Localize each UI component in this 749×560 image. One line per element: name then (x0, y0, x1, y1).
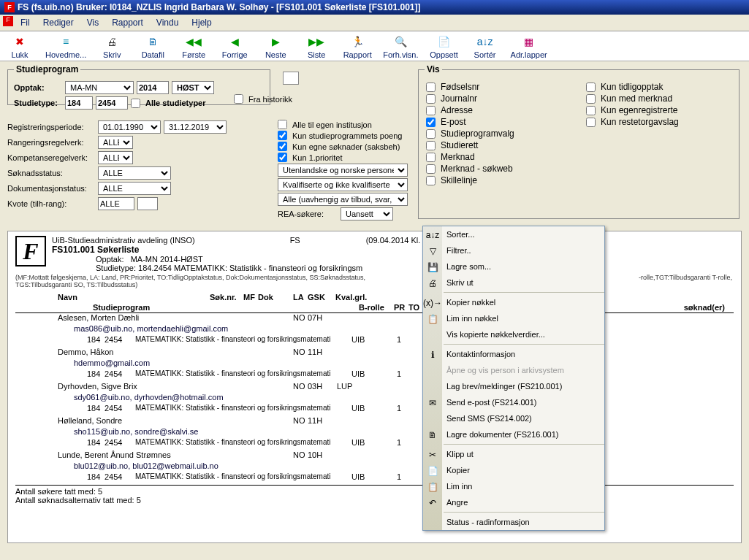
rpt-abbr2: -rolle,TGT:Tilbudsgaranti T-rolle, (639, 274, 732, 281)
ctx-kontaktinformasjon[interactable]: ℹKontaktinformasjon (423, 346, 604, 362)
dd1[interactable]: Utenlandske og norske personer (278, 164, 408, 177)
fra-historikk-check[interactable] (234, 94, 243, 104)
vis-fdselsnr[interactable]: Fødselsnr (426, 82, 571, 92)
lukk-icon: ✖ (12, 34, 27, 49)
menu-vis[interactable]: Vis (81, 16, 104, 29)
vis-check[interactable] (426, 94, 436, 104)
tb-skriv[interactable]: 🖨Skriv (96, 34, 127, 59)
record-row[interactable]: Hølleland, SondreNO11Hsho115@uib.no, son… (15, 416, 734, 449)
tb-oppsett[interactable]: 📄Oppsett (429, 34, 460, 59)
ctx-lagredokumenterfs[interactable]: 🗎Lagre dokumenter (FS216.001) (423, 426, 604, 442)
f4-check[interactable] (278, 153, 287, 162)
dstat-select[interactable]: ALLE (98, 182, 171, 195)
tb-frste[interactable]: ◀◀Første (178, 34, 209, 59)
vis-skillelinje[interactable]: Skillelinje (426, 175, 571, 185)
ctx-kopiernkkel[interactable]: (x)→Kopier nøkkel (423, 294, 604, 310)
f3-check[interactable] (278, 142, 287, 151)
ctx-viskopiertenkkelverd[interactable]: Vis kopierte nøkkelverdier... (423, 326, 604, 342)
sstat-select[interactable]: ALLE (98, 166, 171, 180)
record-row[interactable]: Lunde, Berent Ånund StrømnesNO10Hblu012@… (15, 450, 734, 483)
vis-journalnr[interactable]: Journalnr (426, 93, 571, 104)
kvote-input[interactable] (98, 197, 134, 210)
vis-check[interactable] (426, 106, 436, 115)
year-input[interactable] (137, 81, 169, 94)
menu-rapport[interactable]: Rapport (106, 16, 149, 29)
vis-check[interactable] (426, 129, 436, 139)
vis-check[interactable] (426, 176, 436, 185)
doc-preview-icon[interactable] (283, 72, 299, 85)
ctx-liminnnkkel[interactable]: 📋Lim inn nøkkel (423, 310, 604, 326)
tb-siste[interactable]: ▶▶Siste (301, 34, 332, 59)
ctx-skrivut[interactable]: 🖨Skriv ut (423, 275, 604, 291)
opptak-label: Opptak: (14, 83, 62, 92)
alle-studietyper-check[interactable] (131, 99, 140, 108)
ctx-sendepostfs[interactable]: ✉Send e-post (FS214.001) (423, 394, 604, 410)
menu-rediger[interactable]: Rediger (37, 16, 80, 29)
vis-check[interactable] (426, 164, 436, 174)
record-row[interactable]: Demmo, HåkonNO11Hhdemmo@gmail.com1842454… (15, 348, 734, 380)
ctx-filtrer[interactable]: ▽Filtrer.. (423, 242, 604, 258)
ctx-sorter[interactable]: a↓zSorter... (423, 226, 604, 242)
col-sok: søknad(er) (684, 303, 725, 312)
ctx-kopier[interactable]: 📄Kopier (423, 462, 604, 478)
komp-select[interactable]: ALLE (98, 151, 133, 164)
vis-check[interactable] (426, 118, 436, 127)
doc-icon: F (3, 16, 13, 26)
col-to: TO (408, 303, 419, 312)
record-row[interactable]: Aslesen, Morten DæhliNO07Hmas086@uib.no,… (15, 313, 734, 346)
vis-merknad[interactable]: Merknad (426, 152, 571, 162)
vis-studieprogramvalg[interactable]: Studieprogramvalg (426, 129, 571, 139)
vis-merknadskweb[interactable]: Merknad - søkweb (426, 164, 571, 174)
ctx-statusradinformasjon[interactable]: Status - radinformasjon (423, 514, 604, 530)
dd2[interactable]: Kvalifiserte og ikke kvalifiserte (278, 178, 408, 191)
vis-epost[interactable]: E-post (426, 117, 571, 127)
tb-hovedme[interactable]: ≡Hovedme... (45, 34, 86, 59)
tb-datafil[interactable]: 🗎Datafil (137, 34, 168, 59)
vis-check[interactable] (426, 83, 436, 92)
ctx-lagbrevmeldingerfs[interactable]: Lag brev/meldinger (FS210.001) (423, 378, 604, 394)
f1-check[interactable] (278, 120, 287, 129)
f2-check[interactable] (278, 131, 287, 140)
tb-sortr[interactable]: a↓zSortér (470, 34, 501, 59)
opptak-select[interactable]: MA-MN (65, 81, 134, 94)
term-select[interactable]: HØST (172, 81, 214, 94)
tb-adrlapper[interactable]: ▦Adr.lapper (511, 34, 547, 59)
vis-kunegenregistrerte[interactable]: Kun egenregistrerte (586, 105, 731, 115)
ctx-lagresom[interactable]: 💾Lagre som... (423, 258, 604, 275)
neste-icon: ▶ (268, 34, 283, 49)
menu-hjelp[interactable]: Hjelp (186, 16, 217, 29)
record-row[interactable]: Dyrhovden, Sigve BrixNO03HLUPsdy061@uib.… (15, 382, 734, 415)
vis-check[interactable] (586, 94, 596, 104)
menu-fil[interactable]: Fil (15, 16, 36, 29)
rea-select[interactable]: Uansett (341, 207, 393, 220)
tb-forrige[interactable]: ◀Forrige (219, 34, 250, 59)
ctx-angre[interactable]: ↶Angre (423, 494, 604, 510)
vis-check[interactable] (586, 118, 596, 127)
vis-kunrestetorgavslag[interactable]: Kun restetorgavslag (586, 117, 731, 127)
vis-kunmedmerknad[interactable]: Kun med merknad (586, 93, 731, 104)
vis-adresse[interactable]: Adresse (426, 105, 571, 115)
kvote-extra[interactable] (137, 197, 158, 210)
st2-input[interactable] (96, 96, 128, 110)
ctx-sendsmsfs[interactable]: Send SMS (FS214.002) (423, 410, 604, 426)
ctx-klipput[interactable]: ✂Klipp ut (423, 446, 604, 462)
vis-check[interactable] (426, 153, 436, 162)
vis-check[interactable] (586, 106, 596, 115)
vis-check[interactable] (586, 83, 596, 92)
tb-forhvisn[interactable]: 🔍Forh.visn. (383, 34, 418, 59)
st1-input[interactable] (65, 96, 93, 110)
ctx-icon: 📋 (426, 480, 439, 494)
f4-lbl: Kun 1.prioritet (292, 153, 342, 162)
reg-from[interactable]: 01.01.1990 (98, 120, 161, 134)
ctx-liminn[interactable]: 📋Lim inn (423, 478, 604, 494)
tb-neste[interactable]: ▶Neste (260, 34, 291, 59)
vis-kuntidligopptak[interactable]: Kun tidligopptak (586, 82, 731, 92)
menu-vindu[interactable]: Vindu (151, 16, 184, 29)
vis-check[interactable] (426, 141, 436, 150)
tb-rapport[interactable]: 🏃Rapport (342, 34, 373, 59)
tb-lukk[interactable]: ✖Lukk (4, 34, 35, 59)
dd3[interactable]: Alle (uavhengig av tilbud, svar, ..) (278, 193, 408, 206)
vis-studierett[interactable]: Studierett (426, 140, 571, 150)
rang-select[interactable]: ALLE (98, 136, 133, 149)
reg-to[interactable]: 31.12.2019 (164, 120, 227, 134)
